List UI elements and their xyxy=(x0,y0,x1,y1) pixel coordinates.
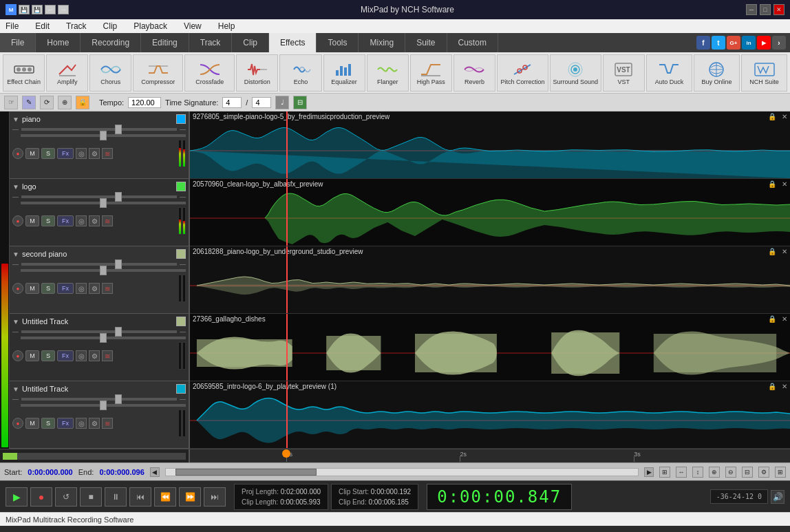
track-3-arrow[interactable]: ▼ xyxy=(12,251,19,258)
tempo-input[interactable] xyxy=(128,97,161,108)
track-1-solo-btn[interactable]: S xyxy=(41,148,55,159)
toolbar-save2[interactable]: 💾 xyxy=(32,5,43,14)
tool-echo[interactable]: Echo xyxy=(279,54,321,92)
menu-edit[interactable]: Edit xyxy=(32,21,52,31)
track-5-arrow[interactable]: ▼ xyxy=(12,385,19,393)
stop-button[interactable]: ■ xyxy=(80,487,102,507)
skip-fwd-button[interactable]: ⏭ xyxy=(204,487,226,507)
track-1-pan-thumb[interactable] xyxy=(100,131,107,140)
settings-btn[interactable]: ⚙ xyxy=(758,467,769,478)
opt-loop-btn[interactable]: ⟳ xyxy=(40,96,54,109)
track-1-record-btn[interactable]: ● xyxy=(12,148,23,159)
wave-5-close[interactable]: ✕ xyxy=(782,383,787,390)
tab-file[interactable]: File xyxy=(0,33,36,52)
tool-pitch-correction[interactable]: Pitch Correction xyxy=(497,54,548,92)
toolbar-undo[interactable]: ↩ xyxy=(45,5,56,14)
tab-recording[interactable]: Recording xyxy=(81,33,141,52)
track-2-solo-btn[interactable]: S xyxy=(41,215,55,226)
social-more[interactable]: › xyxy=(772,36,786,50)
tab-tools[interactable]: Tools xyxy=(317,33,359,52)
tool-crossfade[interactable]: Crossfade xyxy=(184,54,235,92)
track-3-eq-btn[interactable]: ≋ xyxy=(102,283,113,294)
track-1-fader-thumb[interactable] xyxy=(115,125,122,134)
fast-forward-button[interactable]: ⏩ xyxy=(179,487,201,507)
wave-track-4[interactable]: 27366_gallagho_dishes 🔒 ✕ xyxy=(190,314,790,381)
tab-effects[interactable]: Effects xyxy=(269,33,317,52)
menu-clip[interactable]: Clip xyxy=(100,21,120,31)
opt-cursor-btn[interactable]: ☞ xyxy=(4,96,18,109)
play-button[interactable]: ▶ xyxy=(6,487,28,507)
track-3-solo-btn[interactable]: S xyxy=(41,283,55,294)
track-2-pan[interactable] xyxy=(21,202,186,204)
track-4-fader[interactable] xyxy=(21,330,177,333)
track-4-pan2-btn[interactable]: ◎ xyxy=(76,350,87,361)
track-2-eq-btn[interactable]: ≋ xyxy=(102,215,113,226)
metronome-btn[interactable]: ♩ xyxy=(275,96,289,109)
tool-equalizer[interactable]: Equalizer xyxy=(323,54,365,92)
tool-auto-duck[interactable]: Auto Duck xyxy=(646,54,692,92)
toolbar-redo[interactable]: ↪ xyxy=(58,5,69,14)
zoom-fit[interactable]: ⊞ xyxy=(659,467,670,478)
tool-nch-suite[interactable]: NCH Suite xyxy=(741,54,787,92)
record-button[interactable]: ● xyxy=(30,487,52,507)
split-view-btn[interactable]: ⊞ xyxy=(775,467,786,478)
tool-distortion[interactable]: Distortion xyxy=(236,54,278,92)
tab-clip[interactable]: Clip xyxy=(232,33,269,52)
rewind-button[interactable]: ⏪ xyxy=(154,487,176,507)
snap-btn[interactable]: ⊟ xyxy=(293,96,307,109)
track-3-pan[interactable] xyxy=(21,269,186,272)
track-2-mute-btn[interactable]: M xyxy=(25,215,39,226)
social-gp[interactable]: G+ xyxy=(727,36,740,50)
track-4-record-btn[interactable]: ● xyxy=(12,350,23,361)
tool-vst[interactable]: VST VST xyxy=(603,54,645,92)
tab-track[interactable]: Track xyxy=(189,33,233,52)
track-4-arrow[interactable]: ▼ xyxy=(12,318,19,326)
toolbar-save[interactable]: 💾 xyxy=(19,5,30,14)
track-3-record-btn[interactable]: ● xyxy=(12,283,23,294)
zoom-out-h[interactable]: ↕ xyxy=(692,467,703,478)
tab-suite[interactable]: Suite xyxy=(405,33,447,52)
track-1-pan2-btn[interactable]: ◎ xyxy=(76,148,87,159)
track-5-eq-btn[interactable]: ≋ xyxy=(102,418,113,429)
tool-high-pass[interactable]: High Pass xyxy=(410,54,452,92)
menu-view[interactable]: View xyxy=(181,21,204,31)
track-1-fx-btn[interactable]: Fx xyxy=(57,148,74,159)
track-5-fader[interactable] xyxy=(21,398,177,401)
track-5-mute-btn[interactable]: M xyxy=(25,418,39,429)
tool-reverb[interactable]: Reverb xyxy=(453,54,495,92)
h-scroll-left[interactable]: ◀ xyxy=(150,467,160,477)
opt-meta-btn[interactable]: ⊕ xyxy=(58,96,72,109)
track-2-fx-btn[interactable]: Fx xyxy=(57,215,74,226)
opt-cursor2-btn[interactable]: ✎ xyxy=(22,96,36,109)
track-3-settings-btn[interactable]: ⚙ xyxy=(89,283,100,294)
track-4-fx-btn[interactable]: Fx xyxy=(57,350,74,361)
wave-track-1[interactable]: 9276805_simple-piano-logo-5_by_fredimusi… xyxy=(190,111,790,179)
minimize-button[interactable]: ─ xyxy=(746,4,757,15)
track-2-pan2-btn[interactable]: ◎ xyxy=(76,215,87,226)
social-yt[interactable]: ▶ xyxy=(757,36,771,50)
track-5-fx-btn[interactable]: Fx xyxy=(57,418,74,429)
zoom-in-v[interactable]: ⊕ xyxy=(709,467,720,478)
wave-2-close[interactable]: ✕ xyxy=(782,180,787,188)
wave-track-3[interactable]: 20618288_piano-logo_by_underground_studi… xyxy=(190,246,790,314)
track-1-mute-btn[interactable]: M xyxy=(25,148,39,159)
track-3-pan2-btn[interactable]: ◎ xyxy=(76,283,87,294)
track-2-arrow[interactable]: ▼ xyxy=(12,183,19,191)
maximize-button[interactable]: □ xyxy=(760,4,771,15)
wave-track-2[interactable]: 20570960_clean-logo_by_albasfx_preview 🔒… xyxy=(190,179,790,246)
tool-buy-online[interactable]: Buy Online xyxy=(694,54,740,92)
track-2-fader[interactable] xyxy=(21,195,177,198)
track-4-pan[interactable] xyxy=(21,337,186,339)
opt-lock-btn[interactable]: 🔒 xyxy=(76,96,89,109)
zoom-in-h[interactable]: ↔ xyxy=(676,467,687,478)
track-1-arrow[interactable]: ▼ xyxy=(12,116,19,123)
track-5-pan[interactable] xyxy=(21,404,186,407)
tool-surround-sound[interactable]: Surround Sound xyxy=(550,54,601,92)
h-scroll-track[interactable] xyxy=(165,468,639,476)
tab-editing[interactable]: Editing xyxy=(141,33,189,52)
track-5-solo-btn[interactable]: S xyxy=(41,418,55,429)
wave-3-close[interactable]: ✕ xyxy=(782,248,787,255)
track-5-record-btn[interactable]: ● xyxy=(12,418,23,429)
volume-btn[interactable]: 🔊 xyxy=(771,490,784,504)
h-scroll-right[interactable]: ▶ xyxy=(644,467,654,477)
